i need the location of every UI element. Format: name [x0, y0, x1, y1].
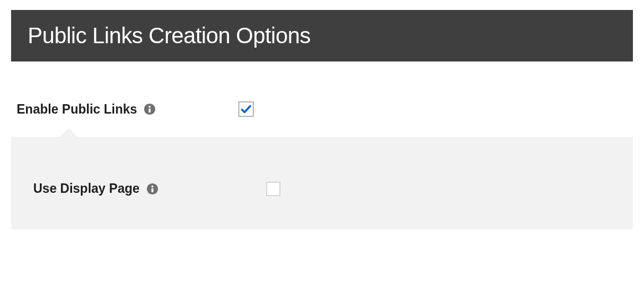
- section-header: Public Links Creation Options: [11, 10, 633, 62]
- enable-public-links-checkbox[interactable]: [238, 101, 254, 117]
- info-icon[interactable]: [144, 103, 156, 115]
- use-display-page-label: Use Display Page: [33, 181, 140, 196]
- svg-rect-5: [151, 188, 153, 192]
- info-icon[interactable]: [146, 183, 159, 195]
- enable-public-links-label: Enable Public Links: [17, 102, 137, 117]
- option-label: Enable Public Links: [17, 102, 238, 117]
- option-label: Use Display Page: [33, 181, 266, 196]
- section-title: Public Links Creation Options: [28, 23, 616, 48]
- sub-panel: Use Display Page: [11, 137, 633, 229]
- option-row-enable-public-links: Enable Public Links: [11, 62, 633, 137]
- option-row-use-display-page: Use Display Page: [33, 181, 627, 196]
- use-display-page-checkbox[interactable]: [266, 182, 280, 196]
- svg-rect-2: [149, 109, 151, 113]
- svg-point-1: [149, 106, 151, 108]
- svg-point-4: [151, 185, 154, 187]
